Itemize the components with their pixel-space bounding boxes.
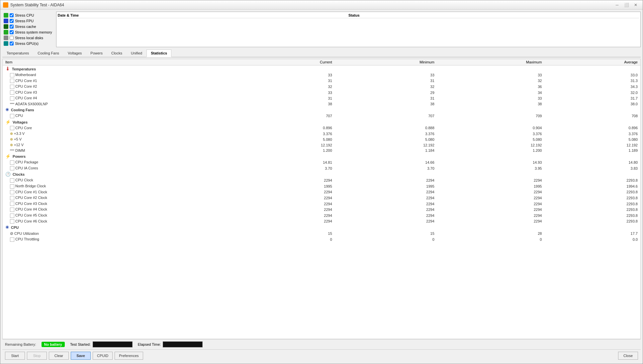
close-window-button[interactable]: ✕ [631, 2, 640, 8]
stress-disks-item: Stress local disks [4, 36, 52, 40]
table-row: CPU 707707709708 [3, 113, 640, 119]
test-started-field: Test Started: [70, 341, 133, 347]
date-time-label: Date & Time [58, 13, 348, 18]
minimize-button[interactable]: ─ [613, 2, 621, 8]
clear-button[interactable]: Clear [49, 352, 69, 360]
col-item: Item [3, 59, 246, 65]
stress-fpu-label: Stress FPU [15, 19, 34, 23]
stress-memory-item: Stress system memory [4, 30, 52, 35]
test-started-label: Test Started: [70, 342, 91, 346]
adata-icon [10, 103, 14, 104]
stress-fpu-checkbox[interactable] [10, 19, 14, 23]
v5-icon: ⊕ [10, 137, 13, 141]
cpu-clock-icon [10, 178, 14, 183]
volt-section-label: Voltages [13, 120, 28, 124]
dimm-icon [10, 149, 14, 150]
status-label: Status [348, 13, 639, 18]
stress-cpu-checkbox[interactable] [10, 13, 14, 17]
cpu-c4-clock-icon [10, 208, 14, 212]
cpu-c2-clock-icon [10, 196, 14, 200]
tab-voltages[interactable]: Voltages [63, 49, 86, 57]
cpu-pkg-icon [10, 160, 14, 165]
cpu-c1-clock-icon [10, 190, 14, 194]
preferences-button[interactable]: Preferences [115, 352, 143, 360]
elapsed-time-field: Elapsed Time: [138, 341, 203, 347]
stress-options: Stress CPU Stress FPU Stress cache Stres… [2, 12, 53, 47]
table-row: ⊘CPU Utilization 15152817.7 [3, 230, 640, 236]
cpuid-button[interactable]: CPUID [93, 352, 113, 360]
stress-cache-item: Stress cache [4, 24, 52, 29]
nb-clock-icon [10, 184, 14, 189]
section-clocks: 🕐 Clocks [3, 171, 640, 177]
stress-cpu-label: Stress CPU [15, 13, 34, 17]
tab-clocks[interactable]: Clocks [107, 49, 127, 57]
tab-statistics[interactable]: Statistics [146, 49, 171, 57]
stress-disks-checkbox[interactable] [10, 36, 14, 40]
stress-cache-label: Stress cache [15, 25, 36, 29]
table-row: CPU Core #3 Clock 2294229422942293.8 [3, 201, 640, 207]
top-section: Stress CPU Stress FPU Stress cache Stres… [2, 12, 641, 47]
temp-section-label: Temperatures [12, 67, 36, 71]
section-voltages: ⚡ Voltages [3, 119, 640, 125]
stress-memory-checkbox[interactable] [10, 30, 14, 34]
fan-section-label: Cooling Fans [11, 108, 34, 112]
table-row: DIMM 1.2001.1841.2001.189 [3, 148, 640, 153]
mb-icon [10, 73, 14, 77]
status-header: Status [348, 13, 639, 46]
cpu-c3-clock-icon [10, 202, 14, 206]
cpu-core3-icon [10, 90, 14, 95]
v12-icon: ⊕ [10, 143, 13, 147]
button-bar: Start Stop Clear Save CPUID Preferences … [2, 349, 641, 362]
stress-disks-icon [4, 36, 8, 40]
data-table-container: Item Current Minimum Maximum Average 🌡 T… [2, 59, 641, 339]
cpu-util-icon: ⊘ [10, 231, 13, 236]
table-row: CPU Core #2 Clock 2294229422942293.8 [3, 195, 640, 201]
table-row: CPU IA Cores 3.703.703.953.83 [3, 165, 640, 171]
close-button[interactable]: Close [618, 352, 638, 360]
cpu-core-volt-icon [10, 126, 14, 130]
statistics-table: Item Current Minimum Maximum Average 🌡 T… [3, 59, 640, 242]
col-current: Current [246, 59, 335, 65]
save-button[interactable]: Save [71, 352, 91, 360]
stress-gpu-checkbox[interactable] [10, 42, 14, 46]
stress-memory-label: Stress system memory [15, 30, 52, 34]
tab-powers[interactable]: Powers [86, 49, 107, 57]
table-row: ⊕ +12 V 12.19212.19212.19212.192 [3, 142, 640, 148]
table-row: CPU Core #4 31313331.7 [3, 95, 640, 101]
table-row: CPU Core #2 32323634.3 [3, 84, 640, 90]
battery-label: Remaining Battery: [5, 342, 36, 346]
restore-button[interactable]: ⬜ [622, 2, 631, 8]
cpu-c6-clock-icon [10, 219, 14, 224]
table-row: CPU Core #6 Clock 2294229422942293.8 [3, 219, 640, 225]
cpu-section-label: CPU [11, 226, 19, 229]
tabs-bar: Temperatures Cooling Fans Voltages Power… [2, 49, 641, 57]
table-body: 🌡 Temperatures Motherboard 33333333.0 CP… [3, 65, 640, 242]
table-row: ⊕ +5 V 5.0805.0805.0805.080 [3, 136, 640, 142]
volt-section-icon: ⚡ [5, 120, 11, 125]
table-row: CPU Clock 2294229422942293.8 [3, 177, 640, 183]
stress-fpu-icon [4, 19, 8, 23]
info-panel: Date & Time Status [56, 12, 641, 47]
stress-cpu-icon [4, 13, 8, 18]
col-average: Average [544, 59, 640, 65]
window-controls: ─ ⬜ ✕ [613, 2, 640, 8]
stress-cache-checkbox[interactable] [10, 25, 14, 29]
stop-button[interactable]: Stop [27, 352, 47, 360]
tab-unified[interactable]: Unified [127, 49, 146, 57]
v33-icon: ⊕ [10, 132, 13, 136]
table-header-row: Item Current Minimum Maximum Average [3, 59, 640, 65]
table-row: CPU Core #5 Clock 2294229422942293.8 [3, 213, 640, 219]
table-row: ADATA SX6000LNP 38383838.0 [3, 101, 640, 107]
fan-section-icon: ✳ [5, 107, 9, 112]
start-button[interactable]: Start [5, 352, 25, 360]
table-row: CPU Throttling 0000.0 [3, 236, 640, 242]
col-maximum: Maximum [437, 59, 545, 65]
app-icon [3, 2, 8, 8]
elapsed-time-value [163, 341, 203, 347]
table-row: Motherboard 33333333.0 [3, 72, 640, 78]
power-section-icon: ⚡ [5, 154, 11, 159]
tab-cooling-fans[interactable]: Cooling Fans [33, 49, 63, 57]
cpu-core1-icon [10, 79, 14, 83]
table-row: CPU Package 14.8114.6614.9314.80 [3, 159, 640, 165]
tab-temperatures[interactable]: Temperatures [2, 49, 33, 57]
